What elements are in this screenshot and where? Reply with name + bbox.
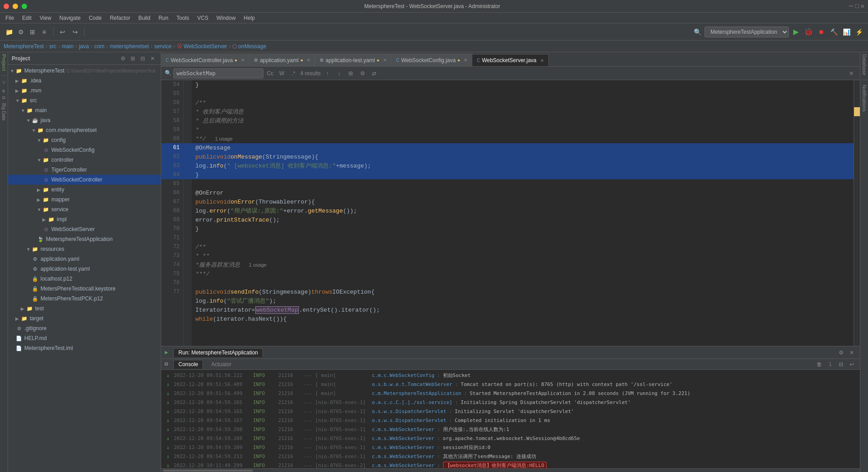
console-scroll-btn[interactable]: ⤵ [826, 360, 835, 369]
tab-appyaml[interactable]: ⚙ application.yaml ● ✕ [249, 54, 315, 66]
minimize-button[interactable] [13, 4, 18, 9]
gutter-63[interactable] [184, 161, 192, 170]
nav-service[interactable]: service [154, 43, 172, 50]
menu-view[interactable]: View [36, 14, 55, 22]
project-collapse-btn[interactable]: ⊟ [138, 54, 147, 63]
gutter-59[interactable] [184, 125, 192, 134]
project-icon[interactable]: Project [1, 54, 7, 71]
bigdata-icon[interactable]: Big Data [1, 103, 6, 120]
gutter-57[interactable] [184, 107, 192, 116]
search-filter-btn[interactable]: ⊞ [346, 68, 356, 78]
search-close-btn[interactable]: ✕ [846, 68, 856, 78]
tree-pck-p12[interactable]: 🔒 MetersPhereTestPCK.p12 [8, 294, 161, 304]
gutter-55[interactable] [184, 89, 192, 98]
menu-help[interactable]: Help [240, 14, 258, 22]
menu-tools[interactable]: Tools [173, 14, 193, 22]
project-close-btn[interactable]: ✕ [148, 54, 157, 63]
minimize-icon[interactable]: ─ [849, 2, 854, 10]
gutter-76[interactable] [184, 278, 192, 287]
gutter-65[interactable] [184, 179, 192, 188]
debug-button[interactable]: 🐞 [803, 27, 814, 37]
redo-button[interactable]: ↪ [70, 27, 81, 37]
tree-com[interactable]: ▼ 📁 com.meterspheretset [8, 125, 161, 135]
tree-src[interactable]: ▼ 📁 src [8, 95, 161, 105]
project-settings-btn[interactable]: ⚙ [118, 54, 127, 63]
bottom-close-btn[interactable]: ✕ [847, 348, 856, 357]
tree-wsctrl[interactable]: ⊙ WebSocketController [8, 175, 161, 185]
code-content[interactable]: } /** * 收到客户端消息 * 总后调用的方法 * **/ 1 usage … [192, 80, 854, 346]
menu-file[interactable]: File [2, 14, 18, 22]
tab-testyaml-close[interactable]: ✕ [383, 58, 387, 63]
console-clear-btn[interactable]: 🗑 [815, 360, 824, 369]
search-settings-btn[interactable]: ⚙ [357, 68, 367, 78]
tab-wsctrl-close[interactable]: ✕ [241, 58, 244, 63]
build-button[interactable]: 🔨 [828, 27, 839, 37]
tree-idea[interactable]: ▶ 📁 .idea [8, 76, 161, 86]
menu-run[interactable]: Run [155, 14, 172, 22]
nav-onmessage[interactable]: ⬡ onMessage [232, 43, 266, 50]
notifications-icon[interactable]: Notifications [862, 85, 867, 112]
menu-navigate[interactable]: Navigate [56, 14, 84, 22]
tree-test[interactable]: ▶ 📁 test [8, 304, 161, 313]
actuator-tab[interactable]: Actuator [207, 360, 236, 368]
nav-main[interactable]: main [62, 43, 73, 50]
tab-testyaml[interactable]: ⚙ application-test.yaml ● ✕ [315, 54, 391, 66]
toolbar-indent-btn[interactable]: ≡ [39, 27, 50, 37]
project-layout-btn[interactable]: ⊞ [128, 54, 137, 63]
run-config-selector[interactable]: MetersphereTestApplication [705, 27, 789, 37]
undo-button[interactable]: ↩ [57, 27, 68, 37]
tree-impl[interactable]: ▶ 📁 impl [8, 214, 161, 224]
tree-localhost-p12[interactable]: 🔒 localhost.p12 [8, 274, 161, 284]
tree-apptyaml[interactable]: ⚙ application.yaml [8, 254, 161, 264]
tree-entity[interactable]: ▶ 📁 entity [8, 185, 161, 195]
stop-button[interactable]: ■ [816, 27, 827, 37]
tree-websocketconfig[interactable]: ⊙ WebSocketConfig [8, 145, 161, 155]
tree-service[interactable]: ▼ 📁 service [8, 204, 161, 214]
close-icon[interactable]: ✕ [861, 2, 864, 10]
search-next-btn[interactable]: ↓ [334, 68, 344, 78]
tree-config[interactable]: ▼ 📁 config [8, 135, 161, 145]
gutter-73[interactable] [184, 251, 192, 260]
database-icon[interactable]: Database [862, 54, 867, 75]
gutter-56[interactable] [184, 98, 192, 107]
nav-java[interactable]: java [79, 43, 89, 50]
gutter-74[interactable] [184, 260, 192, 269]
remote-icon[interactable]: ⊡ [1, 96, 7, 100]
tab-appyaml-close[interactable]: ✕ [307, 58, 310, 63]
console-scrollbar-thumb[interactable] [163, 470, 253, 472]
tree-wsserver[interactable]: ⊙ WebSocketServer [8, 224, 161, 234]
console-scrollbar[interactable] [161, 468, 860, 472]
tab-websocketcontroller[interactable]: C WebSocketController.java ● ✕ [161, 54, 249, 66]
console-wrap-btn[interactable]: ↩ [847, 360, 856, 369]
menu-build[interactable]: Build [135, 14, 154, 22]
tree-target[interactable]: ▶ 📁 target [8, 313, 161, 323]
restore-icon[interactable]: □ [855, 3, 859, 10]
bottom-settings-btn[interactable]: ⚙ [836, 348, 845, 357]
console-tab[interactable]: Console [173, 360, 203, 369]
tab-wsserver-close[interactable]: ✕ [540, 58, 544, 63]
gutter-61[interactable] [184, 143, 192, 152]
tab-wsconfig-close[interactable]: ✕ [464, 58, 467, 63]
search-word-btn[interactable]: W [277, 68, 287, 78]
tree-main[interactable]: ▼ 📁 main [8, 105, 161, 115]
toolbar-settings-btn[interactable]: ⚙ [15, 27, 26, 37]
tree-helpmd[interactable]: 📄 HELP.md [8, 333, 161, 343]
nav-com[interactable]: com [94, 43, 104, 50]
toolbar-layout-btn[interactable]: ⊞ [27, 27, 38, 37]
pullreq-icon[interactable]: ⇄ [1, 90, 7, 93]
tree-keystore[interactable]: 🔒 MetersPhereTestlocall.keystore [8, 284, 161, 294]
coverage-button[interactable]: 📊 [841, 27, 852, 37]
close-button[interactable] [4, 4, 9, 9]
tree-mapper[interactable]: ▶ 📁 mapper [8, 195, 161, 204]
tree-resources[interactable]: ▼ 📁 resources [8, 244, 161, 254]
nav-src[interactable]: src [49, 43, 56, 50]
gutter-58[interactable] [184, 116, 192, 125]
maximize-button[interactable] [22, 4, 27, 9]
search-input[interactable] [173, 68, 263, 78]
gutter-71[interactable] [184, 233, 192, 242]
nav-project[interactable]: MetersphereTest [4, 43, 44, 50]
menu-refactor[interactable]: Refactor [106, 14, 134, 22]
gutter-72[interactable] [184, 242, 192, 251]
run-button[interactable]: ▶ [791, 27, 801, 37]
nav-meterspheretset[interactable]: meterspheretset [110, 43, 149, 50]
